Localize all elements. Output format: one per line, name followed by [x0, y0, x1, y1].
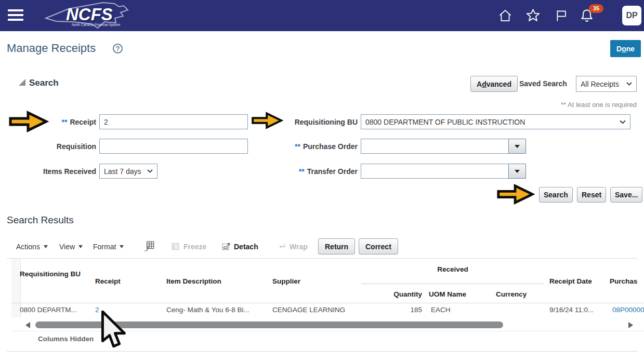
- caret-down-icon: [44, 245, 48, 248]
- flag-icon[interactable]: [554, 8, 569, 25]
- freeze-button: Freeze: [171, 242, 206, 251]
- transfer-order-label: **Transfer Order: [260, 167, 358, 176]
- detach-icon: [221, 242, 231, 251]
- saved-search-label: Saved Search: [519, 79, 567, 88]
- search-section-title: Search: [29, 78, 59, 88]
- reset-button[interactable]: Reset: [577, 187, 606, 203]
- done-button[interactable]: Done: [610, 40, 641, 57]
- table-cell-item-description: Ceng- Math & You 6-8 Bi...: [166, 306, 249, 314]
- app-header: NCFS NCFS North Carolina Financial Syste…: [0, 0, 644, 31]
- page-title: Manage Receipts: [7, 42, 96, 55]
- advanced-button[interactable]: Advanced: [470, 76, 518, 92]
- table-cell-supplier: CENGAGE LEARNING: [272, 306, 345, 314]
- dropdown-triangle-icon: [515, 145, 520, 148]
- view-menu[interactable]: View: [59, 243, 83, 251]
- return-button[interactable]: Return: [318, 238, 355, 254]
- requisition-label: Requisition: [21, 142, 96, 151]
- requisitioning-bu-label: Requisitioning BU: [260, 118, 358, 126]
- saved-search-select[interactable]: All Receipts: [576, 76, 637, 92]
- chevron-down-icon: [620, 120, 626, 124]
- column-header[interactable]: UOM Name: [429, 289, 466, 299]
- table-cell-receipt-date: 9/16/24 11:0...: [549, 306, 594, 314]
- column-header[interactable]: Purchas: [610, 276, 637, 286]
- ncfs-logo[interactable]: NCFS NCFS North Carolina Financial Syste…: [42, 1, 140, 31]
- columns-hidden-label: Columns Hidden: [38, 335, 94, 343]
- requisitioning-bu-select[interactable]: 0800 DEPARTMENT OF PUBLIC INSTRUCTION: [361, 114, 630, 129]
- column-header[interactable]: Requisitioning BU: [20, 269, 83, 279]
- logo-tagline: North Carolina Financial System: [72, 23, 120, 27]
- column-header[interactable]: Receipt: [95, 276, 121, 286]
- query-by-example-icon[interactable]: [143, 240, 155, 254]
- purchase-order-dropdown-button[interactable]: [508, 139, 526, 154]
- purchase-order-label: **Purchase Order: [260, 142, 358, 151]
- menu-icon[interactable]: [8, 7, 23, 23]
- manage-receipts-page: NCFS NCFS North Carolina Financial Syste…: [0, 0, 644, 362]
- purchase-order-link[interactable]: 08P000000: [612, 306, 644, 314]
- scrollbar-right-arrow[interactable]: [628, 322, 633, 328]
- notification-badge: 35: [589, 4, 603, 13]
- annotation-arrow-search: [496, 183, 535, 205]
- column-group-header: Received: [361, 264, 544, 274]
- table-cell-requisitioning-bu: 0800 DEPARTM...: [20, 306, 77, 314]
- caret-down-icon: [78, 245, 83, 248]
- format-menu[interactable]: Format: [93, 243, 124, 251]
- receipt-label: **Receipt: [21, 118, 96, 126]
- column-header[interactable]: Receipt Date: [549, 276, 592, 286]
- logo-text: NCFS: [66, 5, 113, 24]
- collapse-search-icon[interactable]: [19, 79, 25, 86]
- chevron-down-icon: [626, 82, 632, 86]
- transfer-order-dropdown-button[interactable]: [508, 164, 526, 179]
- column-header[interactable]: Quantity: [366, 289, 422, 299]
- search-button[interactable]: Search: [539, 187, 573, 203]
- required-note: ** At least one is required: [494, 101, 637, 109]
- items-received-select[interactable]: Last 7 days: [99, 164, 157, 179]
- receipt-link[interactable]: 2: [95, 306, 99, 314]
- avatar[interactable]: DP: [622, 6, 641, 25]
- requisition-input[interactable]: [99, 139, 248, 154]
- purchase-order-input[interactable]: [361, 139, 509, 154]
- items-received-label: Items Received: [21, 167, 96, 176]
- column-header[interactable]: Supplier: [272, 276, 300, 286]
- home-icon[interactable]: [498, 8, 512, 25]
- table-cell-uom-name: EACH: [431, 306, 451, 314]
- wrap-icon: [277, 242, 286, 251]
- dropdown-triangle-icon: [515, 170, 520, 173]
- chevron-down-icon: [147, 169, 153, 173]
- receipt-input[interactable]: [99, 114, 248, 129]
- help-icon[interactable]: ?: [113, 44, 123, 53]
- results-section-title: Search Results: [7, 214, 74, 226]
- column-header[interactable]: Item Description: [166, 276, 221, 286]
- transfer-order-input[interactable]: [361, 164, 509, 179]
- favorites-star-icon[interactable]: [525, 8, 541, 25]
- save-button[interactable]: Save...: [610, 187, 642, 203]
- correct-button[interactable]: Correct: [359, 238, 398, 254]
- freeze-icon: [171, 242, 180, 251]
- table-cell-quantity: 185: [366, 306, 422, 314]
- wrap-button: Wrap: [277, 242, 308, 251]
- column-header[interactable]: Currency: [496, 289, 527, 299]
- actions-menu[interactable]: Actions: [16, 243, 48, 251]
- scrollbar-left-arrow[interactable]: [25, 322, 30, 328]
- cursor-icon: [99, 311, 128, 350]
- caret-down-icon: [120, 245, 124, 248]
- detach-button[interactable]: Detach: [221, 242, 258, 251]
